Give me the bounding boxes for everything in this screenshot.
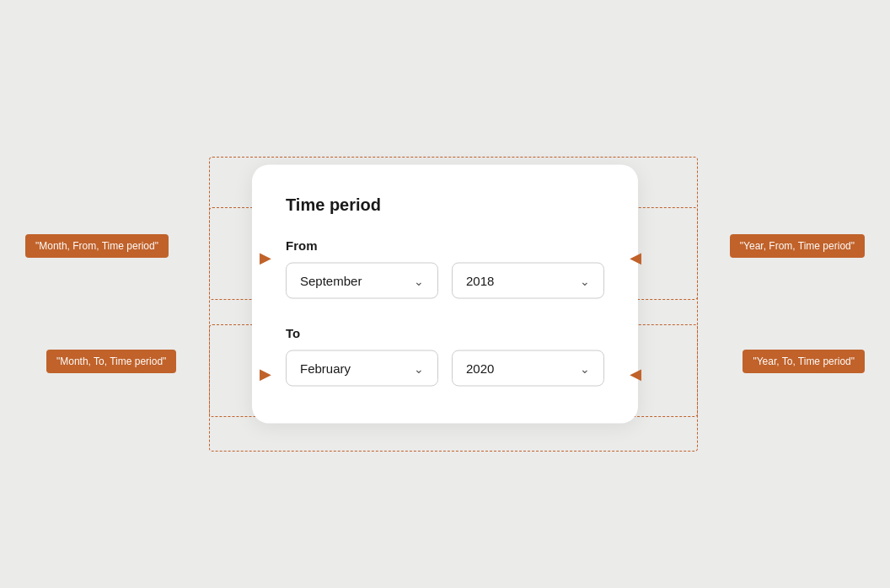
from-month-chevron-icon: ⌄ bbox=[414, 274, 424, 287]
to-dropdowns-row: February ⌄ 2020 ⌄ bbox=[286, 350, 604, 387]
annotation-year-from: "Year, From, Time period" bbox=[730, 234, 865, 258]
from-year-dropdown[interactable]: 2018 ⌄ bbox=[452, 263, 604, 299]
from-month-dropdown[interactable]: September ⌄ bbox=[286, 263, 438, 299]
annotation-month-from: "Month, From, Time period" bbox=[25, 234, 169, 258]
from-dropdowns-row: September ⌄ 2018 ⌄ bbox=[286, 263, 604, 299]
scene: "Month, From, Time period" "Year, From, … bbox=[0, 0, 890, 588]
to-year-chevron-icon: ⌄ bbox=[580, 361, 590, 375]
to-year-value: 2020 bbox=[466, 361, 494, 376]
from-year-chevron-icon: ⌄ bbox=[580, 274, 590, 287]
from-label: From bbox=[286, 238, 604, 253]
time-period-card: Time period From September ⌄ 2018 ⌄ To F… bbox=[252, 165, 638, 424]
annotation-year-to: "Year, To, Time period" bbox=[743, 350, 865, 373]
annotation-month-to: "Month, To, Time period" bbox=[46, 350, 176, 373]
card-title: Time period bbox=[286, 195, 604, 215]
to-month-dropdown[interactable]: February ⌄ bbox=[286, 350, 438, 387]
to-month-chevron-icon: ⌄ bbox=[414, 361, 424, 375]
to-year-dropdown[interactable]: 2020 ⌄ bbox=[452, 350, 604, 387]
from-year-value: 2018 bbox=[466, 274, 494, 288]
to-month-value: February bbox=[300, 361, 351, 376]
from-month-value: September bbox=[300, 274, 362, 288]
to-label: To bbox=[286, 326, 604, 340]
